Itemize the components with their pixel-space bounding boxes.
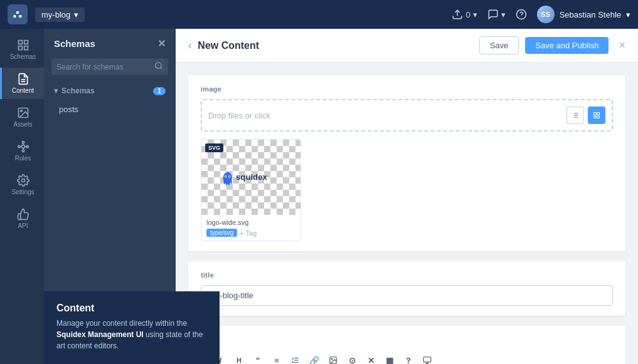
text-section: text B I H " ≡ 🔗 bbox=[188, 326, 625, 364]
circle-button[interactable]: ⊙ bbox=[345, 353, 359, 364]
tooltip-text-before: Manage your content directly within the bbox=[56, 319, 187, 328]
sidebar-assets-label: Assets bbox=[13, 121, 32, 128]
svg-rect-32 bbox=[594, 113, 597, 115]
schemas-group-header[interactable]: ▾ Schemas 1 bbox=[44, 81, 176, 100]
tooltip-brand: Squidex Management UI bbox=[56, 330, 144, 339]
remove-button[interactable]: ✕ bbox=[364, 353, 378, 364]
embed-button[interactable] bbox=[420, 353, 434, 364]
schemas-group-label: Schemas bbox=[61, 86, 95, 95]
image-button[interactable] bbox=[326, 353, 340, 364]
notification-icon[interactable]: ▾ bbox=[487, 9, 506, 20]
svg-point-1 bbox=[13, 15, 16, 18]
sidebar-rules-label: Rules bbox=[15, 155, 31, 162]
svg-point-15 bbox=[22, 142, 24, 143]
nav-right: 0 ▾ ▾ SS Sebastian Stehle ▾ bbox=[452, 6, 630, 23]
svg-point-2 bbox=[19, 15, 22, 18]
upload-nav-item[interactable]: 0 ▾ bbox=[452, 9, 477, 20]
page-title: New Content bbox=[198, 40, 472, 51]
blog-selector[interactable]: my-blog ▾ bbox=[35, 8, 85, 22]
schema-panel: Schemas ✕ ▾ Schemas 1 posts Content bbox=[44, 29, 176, 364]
svg-text:squidex: squidex bbox=[236, 172, 267, 182]
svg-point-18 bbox=[26, 145, 28, 147]
svg-point-14 bbox=[21, 145, 24, 148]
schema-search-input[interactable] bbox=[56, 63, 151, 71]
sidebar-item-rules[interactable]: Rules bbox=[0, 135, 44, 167]
svg-rect-40 bbox=[231, 180, 232, 184]
sidebar-item-api[interactable]: API bbox=[0, 203, 44, 234]
svg-rect-37 bbox=[224, 180, 225, 184]
svg-point-44 bbox=[229, 176, 230, 177]
schemas-group-arrow-icon: ▾ bbox=[54, 86, 58, 95]
image-filename: logo-wide.svg bbox=[206, 219, 295, 226]
add-tag-placeholder[interactable]: + Tag bbox=[240, 229, 257, 237]
content-area: ‹ New Content Save Save and Publish × im… bbox=[176, 29, 638, 364]
sidebar-api-label: API bbox=[18, 222, 28, 229]
back-button[interactable]: ‹ bbox=[188, 40, 191, 51]
dropzone-text: Drop files or click bbox=[208, 111, 270, 120]
text-editor-toolbar: B I H " ≡ 🔗 bbox=[188, 350, 625, 364]
title-input[interactable] bbox=[201, 285, 613, 306]
heading-button[interactable]: H bbox=[232, 353, 246, 364]
dropdown-chevron-icon: ▾ bbox=[74, 10, 78, 19]
image-section: image Drop files or click bbox=[188, 75, 625, 251]
svg-rect-9 bbox=[24, 46, 28, 50]
svg-rect-39 bbox=[228, 181, 230, 185]
blockquote-button[interactable]: " bbox=[251, 353, 265, 364]
save-publish-button[interactable]: Save and Publish bbox=[525, 37, 609, 54]
save-button[interactable]: Save bbox=[479, 36, 519, 55]
ordered-list-button[interactable] bbox=[289, 353, 302, 364]
table-button[interactable]: ▦ bbox=[383, 353, 396, 364]
help-toolbar-button[interactable]: ? bbox=[401, 353, 415, 364]
schema-item-posts[interactable]: posts bbox=[44, 100, 176, 118]
list-view-btn[interactable] bbox=[566, 107, 584, 124]
content-tooltip: Content Manage your content directly wit… bbox=[44, 291, 220, 364]
svg-rect-8 bbox=[18, 46, 22, 50]
link-button[interactable]: 🔗 bbox=[307, 353, 321, 364]
content-header: ‹ New Content Save Save and Publish × bbox=[176, 29, 638, 63]
sidebar-schemas-label: Schemas bbox=[10, 53, 36, 60]
sidebar-item-content[interactable]: Content bbox=[0, 68, 44, 99]
svg-point-50 bbox=[331, 358, 332, 360]
type-tag-badge[interactable]: type/svg bbox=[206, 229, 237, 237]
svg-point-24 bbox=[156, 63, 161, 68]
svg-rect-34 bbox=[594, 116, 597, 118]
svg-badge: SVG bbox=[205, 143, 223, 152]
sidebar-item-assets[interactable]: Assets bbox=[0, 101, 44, 133]
list-button[interactable]: ≡ bbox=[270, 353, 284, 364]
schema-panel-close-icon[interactable]: ✕ bbox=[157, 38, 166, 49]
form-area: image Drop files or click bbox=[176, 63, 638, 364]
sidebar-item-settings[interactable]: Settings bbox=[0, 169, 44, 200]
image-tags: type/svg + Tag bbox=[206, 229, 295, 237]
sidebar: Schemas Content Assets bbox=[0, 29, 44, 364]
svg-rect-6 bbox=[18, 41, 22, 44]
svg-point-0 bbox=[16, 11, 19, 14]
image-field-label: image bbox=[201, 85, 613, 93]
schema-search-bar[interactable] bbox=[51, 58, 168, 75]
image-dropzone[interactable]: Drop files or click bbox=[201, 99, 613, 132]
sidebar-item-schemas[interactable]: Schemas bbox=[0, 34, 44, 65]
tooltip-title: Content bbox=[56, 303, 207, 314]
svg-point-43 bbox=[225, 176, 226, 177]
image-card[interactable]: SVG bbox=[201, 139, 301, 241]
squidex-logo-image: squidex bbox=[213, 166, 289, 189]
grid-view-btn[interactable] bbox=[588, 107, 605, 124]
user-menu[interactable]: SS Sebastian Stehle ▾ bbox=[537, 6, 630, 23]
app-logo[interactable] bbox=[8, 4, 28, 24]
image-preview: SVG bbox=[201, 140, 300, 215]
upload-count: 0 bbox=[465, 10, 470, 19]
svg-rect-35 bbox=[597, 116, 600, 118]
svg-rect-51 bbox=[423, 357, 431, 362]
help-icon[interactable] bbox=[516, 9, 527, 20]
search-icon[interactable] bbox=[154, 61, 163, 72]
user-name: Sebastian Stehle bbox=[560, 10, 621, 19]
svg-point-17 bbox=[18, 145, 19, 147]
schemas-count-badge: 1 bbox=[153, 87, 166, 95]
blog-name: my-blog bbox=[41, 10, 70, 19]
avatar-initials: SS bbox=[541, 11, 550, 18]
close-button[interactable]: × bbox=[619, 39, 625, 52]
sidebar-settings-label: Settings bbox=[11, 189, 34, 195]
text-field-label-wrapper: text bbox=[188, 326, 625, 350]
dropzone-view-icons bbox=[566, 107, 605, 124]
sidebar-content-label: Content bbox=[12, 87, 34, 94]
schema-panel-header: Schemas ✕ bbox=[44, 29, 176, 58]
